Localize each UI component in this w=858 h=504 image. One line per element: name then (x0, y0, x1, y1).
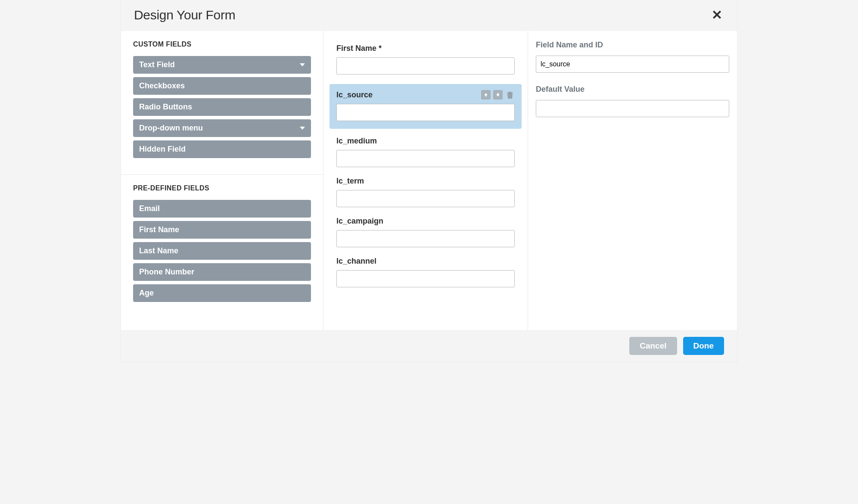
field-input[interactable] (336, 57, 515, 75)
modal-header: Design Your Form ✕ (121, 0, 737, 31)
arrow-down-icon (496, 93, 500, 97)
palette-age[interactable]: Age (133, 284, 311, 302)
form-canvas: First Name * lc_source (323, 31, 528, 330)
field-label: First Name * (336, 44, 382, 53)
canvas-field[interactable]: lc_medium (330, 133, 522, 173)
canvas-field-selected[interactable]: lc_source (330, 84, 522, 129)
fields-palette: CUSTOM FIELDS Text Field Checkboxes Radi… (121, 31, 323, 330)
default-value-label: Default Value (536, 85, 729, 94)
move-up-button[interactable] (481, 90, 491, 100)
palette-item-label: First Name (139, 225, 179, 234)
palette-last-name[interactable]: Last Name (133, 242, 311, 260)
canvas-field[interactable]: lc_campaign (330, 213, 522, 253)
trash-icon (507, 91, 513, 99)
cancel-button[interactable]: Cancel (629, 337, 677, 355)
field-label: lc_campaign (336, 217, 383, 226)
field-label: lc_source (336, 90, 373, 100)
predefined-fields-title: PRE-DEFINED FIELDS (133, 184, 311, 192)
palette-item-label: Phone Number (139, 268, 194, 277)
palette-radio-buttons[interactable]: Radio Buttons (133, 98, 311, 116)
modal-title: Design Your Form (134, 8, 235, 22)
canvas-field[interactable]: lc_channel (330, 253, 522, 293)
form-designer-modal: Design Your Form ✕ CUSTOM FIELDS Text Fi… (121, 0, 737, 362)
canvas-field[interactable]: lc_term (330, 173, 522, 213)
predefined-fields-section: PRE-DEFINED FIELDS Email First Name Last… (121, 174, 323, 318)
custom-fields-section: CUSTOM FIELDS Text Field Checkboxes Radi… (121, 31, 323, 174)
field-label: lc_term (336, 177, 364, 186)
close-button[interactable]: ✕ (710, 8, 724, 22)
done-button[interactable]: Done (683, 337, 724, 355)
canvas-field[interactable]: First Name * (330, 40, 522, 81)
modal-footer: Cancel Done (121, 330, 737, 362)
palette-item-label: Email (139, 204, 160, 213)
field-input[interactable] (336, 104, 515, 121)
palette-email[interactable]: Email (133, 200, 311, 218)
field-name-input[interactable] (536, 56, 729, 73)
palette-item-label: Age (139, 289, 154, 298)
field-name-label: Field Name and ID (536, 40, 729, 50)
field-input[interactable] (336, 150, 515, 167)
modal-body: CUSTOM FIELDS Text Field Checkboxes Radi… (121, 31, 737, 330)
field-properties-panel: Field Name and ID Default Value (528, 31, 737, 330)
close-icon: ✕ (712, 8, 722, 22)
palette-item-label: Checkboxes (139, 81, 185, 90)
palette-first-name[interactable]: First Name (133, 221, 311, 239)
field-input[interactable] (336, 230, 515, 247)
field-label: lc_medium (336, 137, 377, 146)
caret-down-icon (300, 63, 305, 66)
palette-item-label: Last Name (139, 246, 178, 255)
caret-down-icon (300, 127, 305, 130)
arrow-up-icon (484, 93, 488, 97)
field-name-group: Field Name and ID (536, 40, 729, 73)
palette-item-label: Hidden Field (139, 145, 186, 154)
palette-item-label: Text Field (139, 60, 175, 69)
field-label: lc_channel (336, 257, 376, 266)
field-actions (481, 90, 515, 100)
field-input[interactable] (336, 190, 515, 207)
default-value-group: Default Value (536, 85, 729, 117)
palette-item-label: Radio Buttons (139, 103, 192, 112)
palette-hidden-field[interactable]: Hidden Field (133, 140, 311, 158)
default-value-input[interactable] (536, 100, 729, 117)
custom-fields-title: CUSTOM FIELDS (133, 40, 311, 48)
palette-dropdown-menu[interactable]: Drop-down menu (133, 119, 311, 137)
delete-field-button[interactable] (505, 90, 515, 100)
palette-checkboxes[interactable]: Checkboxes (133, 77, 311, 95)
field-input[interactable] (336, 270, 515, 287)
palette-text-field[interactable]: Text Field (133, 56, 311, 74)
palette-item-label: Drop-down menu (139, 124, 203, 133)
palette-phone-number[interactable]: Phone Number (133, 263, 311, 281)
move-down-button[interactable] (493, 90, 503, 100)
